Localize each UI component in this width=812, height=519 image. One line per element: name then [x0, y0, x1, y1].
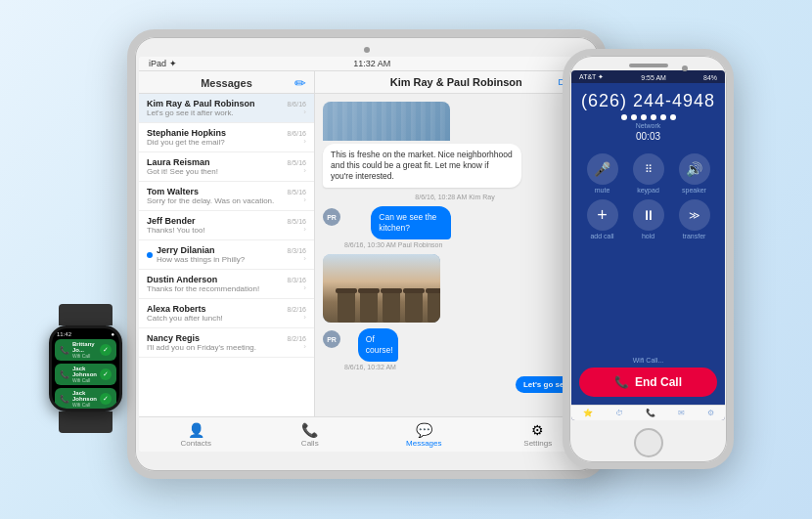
chat-bubble-outgoing-2: Of course!: [358, 328, 398, 362]
message-date-4: 8/5/16: [288, 218, 306, 225]
message-name-3: Tom Walters: [147, 187, 284, 196]
hold-label: hold: [642, 233, 654, 239]
iphone-screen: AT&T ✦ 9:55 AM 84% (626) 244-4948 Networ…: [571, 70, 725, 420]
speaker-icon: 🔊: [679, 153, 710, 185]
message-item-4[interactable]: Jeff Bender Thanks! You too! 8/5/16 ›: [139, 211, 314, 240]
tab-calls-label: Calls: [301, 439, 319, 448]
phone-status-dots: [579, 114, 717, 120]
ipad-status-bar: iPad ✦ 11:32 AM 49%: [139, 57, 595, 71]
message-item-2[interactable]: Laura Reisman Got it! See you then! 8/5/…: [139, 152, 314, 182]
messages-tab-icon: 💬: [416, 422, 432, 438]
ipad-status-time: 11:32 AM: [353, 59, 390, 68]
message-detail: Kim Ray & Paul Robinson Details This is …: [315, 71, 595, 416]
ipad-screen: iPad ✦ 11:32 AM 49% Messages ✏ Kim Ray &…: [139, 57, 595, 452]
message-preview-8: I'll add you on Friday's meeting.: [147, 343, 284, 352]
iphone-home-button[interactable]: [634, 428, 663, 457]
chat-avatar-pr2: PR: [323, 330, 340, 348]
phone-number: (626) 244-4948: [579, 91, 717, 111]
watch-call-type-3: Wifi Call: [72, 402, 97, 408]
phone-bottom: Wifi Call... 📞 End Call: [571, 353, 725, 405]
message-name-1: Stephanie Hopkins: [147, 128, 284, 138]
phone-timer: 00:03: [579, 131, 717, 142]
phone-tab-active[interactable]: ⭐: [583, 409, 593, 417]
message-preview-2: Got it! See you then!: [147, 167, 284, 176]
transfer-button[interactable]: ≫ transfer: [679, 199, 710, 239]
tab-settings-label: Settings: [523, 439, 552, 448]
chevron-icon-4: ›: [288, 225, 306, 234]
hold-button[interactable]: ⏸ hold: [633, 199, 664, 239]
add-call-button[interactable]: + add call: [587, 199, 618, 239]
watch-answer-btn-2[interactable]: ✓: [100, 368, 112, 380]
keypad-button[interactable]: ⠿ keypad: [633, 153, 664, 194]
chat-timestamp-3: 8/6/16, 10:32 AM: [344, 364, 398, 370]
mute-button[interactable]: 🎤 mute: [587, 153, 618, 194]
watch-call-info-3: Jack Johnson Wifi Call: [72, 390, 97, 408]
message-item-5[interactable]: Jerry Dilanian How was things in Philly?…: [139, 240, 314, 270]
watch-call-icon-1: 📞: [60, 346, 69, 355]
watch-call-item-1[interactable]: 📞 Brittany Jo... Wifi Call ✓: [55, 339, 116, 361]
settings-icon: ⚙: [531, 422, 544, 438]
iphone-camera: [682, 65, 688, 71]
chevron-icon-6: ›: [288, 283, 306, 292]
message-item-0[interactable]: Kim Ray & Paul Robinson Let's go see it …: [139, 94, 314, 123]
chat-timestamp-2: 8/6/16, 10:30 AM Paul Robinson: [344, 241, 451, 248]
transfer-label: transfer: [683, 233, 706, 239]
iphone-battery: 84%: [703, 74, 717, 81]
chat-avatar-row-1: PR Can we see the kitchen? 8/6/16, 10:30…: [323, 206, 587, 248]
iphone-device: AT&T ✦ 9:55 AM 84% (626) 244-4948 Networ…: [563, 49, 734, 469]
message-preview-5: How was things in Philly?: [157, 255, 284, 264]
message-item-6[interactable]: Dustin Anderson Thanks for the recommend…: [139, 270, 314, 299]
chat-avatar-pr: PR: [323, 208, 340, 226]
chat-timestamp-1: 8/6/16, 10:28 AM Kim Ray: [323, 194, 587, 200]
message-item-1[interactable]: Stephanie Hopkins Did you get the email?…: [139, 123, 314, 152]
chat-avatar-row-2: PR Of course! 8/6/16, 10:32 AM: [323, 328, 587, 370]
mute-label: mute: [595, 187, 610, 194]
phone-tab-messages[interactable]: ✉: [678, 409, 685, 417]
end-call-button[interactable]: 📞 End Call: [579, 368, 717, 397]
compose-icon[interactable]: ✏: [294, 75, 306, 91]
tab-calls[interactable]: 📞 Calls: [286, 422, 335, 448]
detail-contact-name: Kim Ray & Paul Robinson: [390, 76, 522, 88]
message-date-6: 8/3/16: [288, 277, 306, 283]
watch-call-item-2[interactable]: 📞 Jack Johnson Wifi Call ✓: [55, 364, 116, 385]
message-preview-3: Sorry for the delay. Was on vacation.: [147, 196, 284, 205]
watch-call-type-2: Wifi Call: [72, 377, 97, 383]
messages-title: Messages: [201, 77, 252, 89]
phone-btn-row-2: + add call ⏸ hold ≫ transfer: [579, 199, 717, 239]
chevron-icon-0: ›: [288, 108, 306, 116]
tab-contacts[interactable]: 👤 Contacts: [171, 422, 220, 448]
message-item-7[interactable]: Alexa Roberts Catch you after lunch! 8/2…: [139, 299, 314, 328]
chat-image-kitchen: [323, 254, 440, 323]
chevron-icon-1: ›: [288, 137, 306, 146]
tab-messages[interactable]: 💬 Messages: [399, 422, 448, 448]
tab-settings[interactable]: ⚙ Settings: [514, 422, 563, 448]
phone-tab-recent[interactable]: ⏱: [615, 409, 623, 417]
message-item-3[interactable]: Tom Walters Sorry for the delay. Was on …: [139, 182, 314, 211]
speaker-button[interactable]: 🔊 speaker: [679, 153, 710, 194]
add-call-label: add call: [590, 233, 613, 239]
message-date-8: 8/2/16: [288, 335, 306, 342]
message-name-0: Kim Ray & Paul Robinson: [147, 99, 284, 108]
end-call-text: End Call: [635, 375, 682, 389]
iphone-status-bar: AT&T ✦ 9:55 AM 84%: [571, 70, 725, 83]
wifi-call-label: Wifi Call...: [579, 357, 717, 364]
message-date-0: 8/6/16: [288, 101, 306, 108]
watch-call-info-2: Jack Johnson Wifi Call: [72, 366, 97, 383]
phone-tab-calls[interactable]: 📞: [646, 409, 655, 417]
watch-answer-btn-3[interactable]: ✓: [100, 393, 112, 405]
unread-indicator-5: [147, 252, 153, 258]
phone-network: Network: [579, 122, 717, 129]
watch-caller-name-1: Brittany Jo...: [72, 341, 97, 353]
keypad-label: keypad: [637, 187, 659, 194]
watch-call-item-3[interactable]: 📞 Jack Johnson Wifi Call ✓: [55, 388, 116, 409]
watch-device: 11:42 ● 📞 Brittany Jo... Wifi Call ✓ 📞 J…: [39, 304, 132, 460]
chevron-icon-3: ›: [288, 195, 306, 204]
chat-bubble-outgoing-1: Can we see the kitchen?: [371, 206, 451, 239]
hold-icon: ⏸: [633, 199, 664, 231]
watch-answer-btn-1[interactable]: ✓: [100, 344, 112, 356]
phone-tab-settings[interactable]: ⚙: [707, 409, 714, 417]
contacts-icon: 👤: [188, 422, 204, 438]
message-name-2: Laura Reisman: [147, 157, 284, 167]
dot-1: [621, 114, 627, 120]
message-item-8[interactable]: Nancy Regis I'll add you on Friday's mee…: [139, 328, 314, 358]
